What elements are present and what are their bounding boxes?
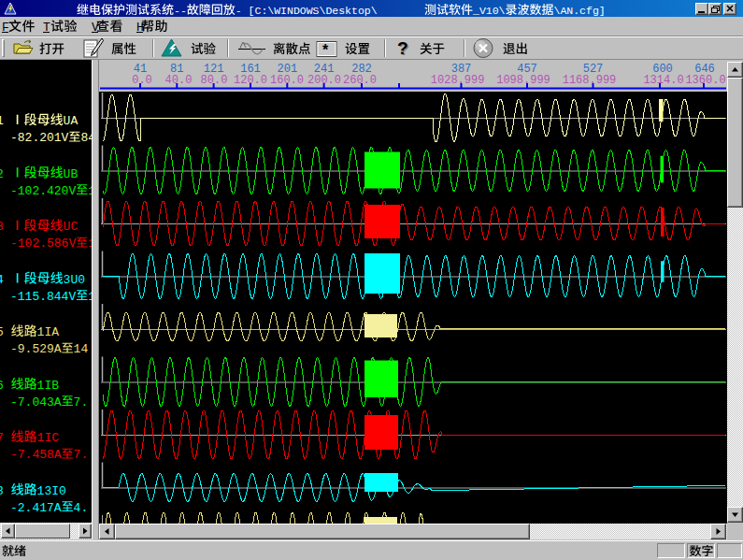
- svg-text:-2.417A: -2.417A: [10, 501, 62, 515]
- svg-text:1314.0: 1314.0: [643, 74, 683, 87]
- svg-text:84: 84: [80, 131, 95, 145]
- svg-text:1: 1: [88, 237, 95, 251]
- svg-text:UC: UC: [64, 220, 79, 234]
- svg-text:-7.043A: -7.043A: [10, 395, 62, 409]
- svg-text:1360.0: 1360.0: [685, 74, 725, 87]
- svg-text:?: ?: [397, 38, 408, 58]
- svg-text:_V10\: _V10\: [472, 5, 506, 17]
- svg-text:-82.201V: -82.201V: [10, 131, 69, 145]
- svg-text:-9.529A: -9.529A: [10, 342, 62, 356]
- svg-text:5: 5: [0, 325, 4, 339]
- svg-text:-7.458A: -7.458A: [10, 448, 62, 462]
- svg-text:1: 1: [88, 290, 95, 304]
- svg-text:- [C:\WINDOWS\Desktop\: - [C:\WINDOWS\Desktop\: [236, 5, 378, 17]
- svg-text:1IA: 1IA: [37, 325, 60, 339]
- svg-text:1IB: 1IB: [37, 379, 60, 393]
- svg-text:-102.586V: -102.586V: [10, 237, 76, 251]
- svg-text:7: 7: [0, 431, 4, 445]
- svg-text:4.: 4.: [74, 501, 89, 515]
- svg-text:3U0: 3U0: [64, 273, 85, 287]
- svg-text:3: 3: [0, 220, 4, 234]
- svg-text:1IC: 1IC: [37, 431, 60, 445]
- svg-text:6: 6: [0, 379, 4, 393]
- svg-text:UA: UA: [64, 114, 79, 128]
- svg-text:40.0: 40.0: [165, 74, 193, 87]
- svg-text:4: 4: [0, 273, 4, 287]
- svg-text:13I0: 13I0: [37, 484, 66, 498]
- svg-text:1: 1: [88, 184, 95, 198]
- svg-text:-115.844V: -115.844V: [10, 290, 76, 304]
- svg-text:1098.999: 1098.999: [496, 74, 550, 87]
- svg-text:8: 8: [0, 484, 4, 498]
- svg-text:1028.999: 1028.999: [431, 74, 485, 87]
- svg-text:-102.420V: -102.420V: [10, 184, 76, 198]
- svg-text:*: *: [322, 42, 329, 58]
- svg-text:UB: UB: [64, 167, 79, 181]
- svg-text:2: 2: [0, 167, 4, 181]
- svg-text:1: 1: [0, 114, 4, 128]
- svg-text:\AN.cfg]: \AN.cfg]: [554, 5, 606, 17]
- svg-text:7.: 7.: [74, 395, 89, 409]
- svg-text:14: 14: [74, 342, 89, 356]
- svg-text:1168.999: 1168.999: [563, 74, 617, 87]
- svg-text:7.: 7.: [74, 448, 89, 462]
- svg-text:--: --: [174, 5, 187, 17]
- svg-text:0.0: 0.0: [132, 74, 152, 87]
- svg-text:260.0: 260.0: [343, 74, 377, 87]
